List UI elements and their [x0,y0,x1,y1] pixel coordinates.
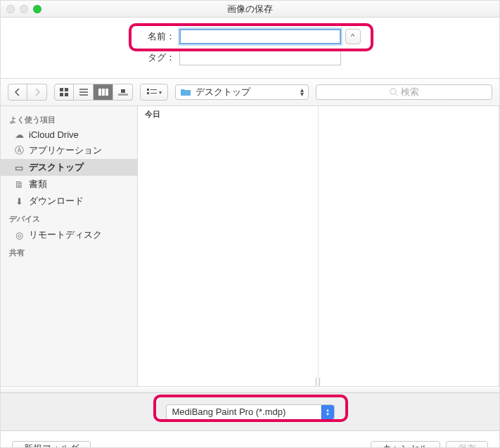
chevron-up-icon: ^ [351,32,354,41]
sidebar-item-label: iCloud Drive [29,129,79,140]
list-icon [79,89,88,96]
svg-rect-14 [147,92,149,94]
path-bar-strip [1,386,499,393]
arrange-button[interactable]: ▾ [140,84,168,101]
sidebar-item-label: リモートディスク [29,229,102,241]
grid-icon [60,88,68,96]
column-browser: 今日 || [138,106,499,386]
chevron-left-icon [15,89,20,96]
browser-column-1[interactable] [319,106,499,386]
name-label: 名前： [140,30,175,43]
main-browser: よく使う項目 ☁︎ iCloud Drive Ⓐ アプリケーション ▭ デスクト… [1,106,499,386]
file-format-select[interactable]: MediBang Paint Pro (*.mdp) ▲▼ [166,404,335,420]
sidebar-section-favorites: よく使う項目 [1,110,137,127]
sidebar: よく使う項目 ☁︎ iCloud Drive Ⓐ アプリケーション ▭ デスクト… [1,106,138,386]
svg-rect-7 [98,89,101,96]
column-resize-handle[interactable]: || [315,376,322,386]
svg-rect-3 [65,93,68,96]
search-input[interactable]: 検索 [316,84,492,100]
sidebar-item-desktop[interactable]: ▭ デスクトップ [1,159,137,176]
filename-input[interactable] [179,29,341,44]
desktop-icon: ▭ [13,162,25,173]
traffic-lights [6,5,41,13]
sidebar-section-shared: 共有 [1,243,137,260]
location-popup[interactable]: デスクトップ ▴▾ [175,84,309,100]
svg-rect-2 [60,93,63,96]
nav-back-button[interactable] [8,84,27,101]
svg-point-17 [390,89,396,94]
arrange-icon [147,89,157,96]
nav-forward-button[interactable] [27,84,47,101]
svg-rect-0 [60,88,63,91]
cancel-button[interactable]: キャンセル [371,441,440,448]
file-format-value: MediBang Paint Pro (*.mdp) [167,407,321,417]
sidebar-item-label: ダウンロード [29,195,84,207]
action-bar: 新規フォルダ キャンセル 保存 [1,431,499,448]
folder-icon [180,88,191,96]
svg-rect-1 [65,88,68,91]
updown-icon: ▲▼ [321,405,334,419]
tag-label: タグ： [140,51,175,64]
sidebar-item-downloads[interactable]: ⬇︎ ダウンロード [1,193,137,210]
cover-flow-view-button[interactable] [113,84,133,101]
window-title: 画像の保存 [1,3,499,15]
svg-rect-13 [147,89,149,91]
location-label: デスクトップ [195,86,250,98]
toolbar: ▾ デスクトップ ▴▾ 検索 [1,78,499,106]
docs-icon: 🗎 [13,179,25,190]
name-tag-area: 名前： ^ タグ： [1,18,499,78]
cloud-icon: ☁︎ [13,129,25,140]
chevron-right-icon [34,89,40,96]
sidebar-item-icloud[interactable]: ☁︎ iCloud Drive [1,127,137,142]
column-header: 今日 [138,106,318,122]
download-icon: ⬇︎ [13,196,25,207]
svg-rect-9 [105,89,108,96]
updown-icon: ▴▾ [300,88,304,96]
expand-collapse-button[interactable]: ^ [345,29,361,44]
search-placeholder: 検索 [401,86,419,98]
tags-input[interactable] [179,50,341,65]
icon-view-button[interactable] [54,84,74,101]
sidebar-item-applications[interactable]: Ⓐ アプリケーション [1,142,137,159]
window-titlebar: 画像の保存 [1,1,499,18]
sidebar-item-documents[interactable]: 🗎 書類 [1,176,137,193]
columns-icon [98,89,108,96]
browser-column-0[interactable]: 今日 [138,106,319,386]
new-folder-button[interactable]: 新規フォルダ [12,441,91,448]
sidebar-item-label: 書類 [29,178,47,191]
file-format-row: MediBang Paint Pro (*.mdp) ▲▼ [1,393,499,431]
coverflow-icon [118,89,128,96]
sidebar-item-label: デスクトップ [29,161,84,174]
column-view-button[interactable] [94,84,113,101]
sidebar-item-label: アプリケーション [29,144,102,157]
apps-icon: Ⓐ [13,144,25,157]
svg-rect-8 [102,89,105,96]
maximize-window-button[interactable] [33,5,41,13]
sidebar-item-remote-disc[interactable]: ◎ リモートディスク [1,226,137,243]
close-window-button[interactable] [6,5,15,13]
disc-icon: ◎ [13,230,25,241]
minimize-window-button[interactable] [20,5,28,13]
sidebar-section-devices: デバイス [1,210,137,226]
save-button[interactable]: 保存 [446,441,488,448]
svg-rect-10 [121,89,125,93]
search-icon [390,88,398,96]
list-view-button[interactable] [74,84,94,101]
svg-line-18 [395,94,397,96]
